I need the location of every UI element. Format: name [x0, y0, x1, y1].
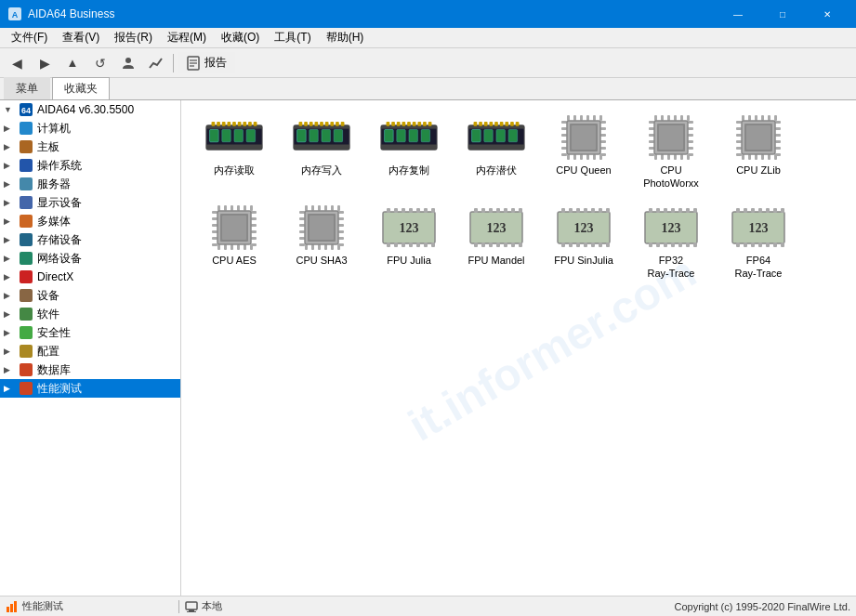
- menu-view[interactable]: 查看(V): [55, 28, 107, 47]
- report-button[interactable]: 报告: [178, 52, 235, 73]
- svg-rect-114: [561, 153, 567, 156]
- sidebar-icon: [19, 195, 33, 210]
- svg-rect-62: [391, 122, 395, 126]
- chart-button[interactable]: [143, 51, 169, 75]
- svg-rect-154: [755, 115, 757, 121]
- svg-rect-268: [569, 242, 573, 247]
- bench-icon-mem-latency: [467, 115, 526, 160]
- bench-label-cpu-sha3: CPU SHA3: [296, 254, 347, 267]
- sidebar-root-item[interactable]: ▼ 64 AIDA64 v6.30.5500: [0, 100, 180, 119]
- svg-rect-287: [678, 242, 682, 247]
- menu-favorites[interactable]: 收藏(O): [214, 28, 267, 47]
- bench-item-cpu-zlib[interactable]: CPU ZLib: [717, 111, 800, 194]
- sidebar-item-计算机[interactable]: ▶计算机: [0, 119, 180, 138]
- menu-tools[interactable]: 工具(T): [267, 28, 318, 47]
- svg-rect-104: [586, 115, 589, 121]
- menu-help[interactable]: 帮助(H): [319, 28, 372, 47]
- svg-rect-145: [659, 125, 683, 150]
- benchmark-grid: 内存读取 内存写入 内存复制 内存潜伏 CPU Queen: [192, 111, 845, 283]
- sidebar-item-性能测试[interactable]: ▶性能测试: [0, 379, 180, 398]
- svg-rect-119: [654, 115, 657, 121]
- svg-rect-276: [649, 208, 652, 213]
- svg-rect-125: [649, 127, 654, 130]
- sidebar-item-设备[interactable]: ▶设备: [0, 286, 180, 305]
- tab-menu[interactable]: 菜单: [4, 77, 50, 99]
- menu-report[interactable]: 报告(R): [107, 28, 160, 47]
- user-button[interactable]: [115, 51, 141, 75]
- svg-rect-29: [222, 122, 226, 126]
- sidebar-item-显示设备[interactable]: ▶显示设备: [0, 193, 180, 212]
- sidebar-item-存储设备[interactable]: ▶存储设备: [0, 230, 180, 249]
- svg-rect-163: [768, 154, 770, 160]
- bench-item-mem-copy[interactable]: 内存复制: [367, 111, 451, 194]
- sidebar-item-配置[interactable]: ▶配置: [0, 342, 180, 360]
- sidebar-item-DirectX[interactable]: ▶DirectX: [0, 268, 180, 286]
- svg-rect-35: [254, 122, 257, 126]
- svg-rect-126: [688, 127, 693, 130]
- svg-rect-96: [573, 115, 576, 121]
- menu-file[interactable]: 文件(F): [4, 28, 55, 47]
- bench-item-cpu-photoworxx[interactable]: CPU PhotoWorxx: [629, 111, 713, 194]
- bench-item-mem-latency[interactable]: 内存潜伏: [454, 111, 538, 194]
- root-expander: ▼: [4, 105, 19, 114]
- svg-rect-187: [212, 230, 217, 233]
- refresh-button[interactable]: ↺: [87, 51, 113, 75]
- svg-rect-241: [431, 242, 435, 247]
- svg-rect-85: [510, 122, 514, 126]
- svg-rect-256: [511, 242, 515, 247]
- sidebar-item-网络设备[interactable]: ▶网络设备: [0, 249, 180, 268]
- sidebar-item-操作系统[interactable]: ▶操作系统: [0, 156, 180, 175]
- sidebar-icon: [19, 251, 33, 266]
- sidebar-icon: [19, 121, 33, 136]
- svg-rect-133: [649, 140, 654, 143]
- svg-rect-34: [248, 122, 252, 126]
- svg-rect-303: [766, 242, 770, 247]
- svg-rect-88: [484, 130, 493, 142]
- svg-rect-267: [561, 242, 565, 247]
- maximize-button[interactable]: □: [761, 0, 804, 28]
- svg-rect-137: [649, 147, 654, 150]
- svg-rect-83: [500, 122, 504, 126]
- bench-item-fpu-mandel[interactable]: 123 FPU Mandel: [454, 202, 538, 284]
- svg-rect-82: [494, 122, 498, 126]
- bench-item-mem-read[interactable]: 内存读取: [192, 111, 276, 194]
- bench-label-mem-copy: 内存复制: [388, 164, 429, 177]
- bench-item-fp64-raytrace[interactable]: 123 FP64 Ray-Trace: [717, 202, 800, 284]
- svg-rect-12: [20, 177, 33, 190]
- sidebar-expander: ▶: [4, 309, 19, 319]
- status-local-icon: [185, 600, 198, 613]
- svg-rect-108: [593, 115, 596, 121]
- svg-rect-46: [309, 122, 313, 126]
- sidebar-item-安全性[interactable]: ▶安全性: [0, 323, 180, 342]
- bench-item-cpu-sha3[interactable]: CPU SHA3: [280, 202, 363, 284]
- sidebar-item-软件[interactable]: ▶软件: [0, 305, 180, 323]
- svg-rect-262: [576, 208, 580, 213]
- close-button[interactable]: ✕: [806, 0, 849, 28]
- up-button[interactable]: ▲: [59, 51, 86, 75]
- bench-item-cpu-aes[interactable]: CPU AES: [192, 202, 276, 284]
- bench-item-cpu-queen[interactable]: CPU Queen: [542, 111, 626, 194]
- sidebar-item-主板[interactable]: ▶主板: [0, 138, 180, 156]
- bench-item-mem-write[interactable]: 内存写入: [280, 111, 363, 194]
- back-button[interactable]: ◀: [4, 51, 30, 75]
- svg-rect-63: [397, 122, 401, 126]
- svg-rect-312: [187, 611, 196, 612]
- bench-item-fp32-raytrace[interactable]: 123 FP32 Ray-Trace: [629, 202, 713, 284]
- svg-rect-294: [751, 208, 755, 213]
- svg-rect-106: [561, 140, 567, 143]
- sidebar-expander: ▶: [4, 216, 19, 226]
- svg-rect-251: [474, 242, 478, 247]
- menu-remote[interactable]: 远程(M): [160, 28, 214, 47]
- svg-rect-188: [251, 230, 257, 233]
- sidebar-item-多媒体[interactable]: ▶多媒体: [0, 212, 180, 230]
- svg-rect-61: [387, 122, 390, 126]
- bench-item-fpu-julia[interactable]: 123 FPU Julia: [367, 202, 451, 284]
- tab-favorites[interactable]: 收藏夹: [52, 77, 110, 99]
- sidebar-item-服务器[interactable]: ▶服务器: [0, 175, 180, 193]
- minimize-button[interactable]: —: [717, 0, 759, 28]
- svg-rect-149: [775, 121, 781, 124]
- sidebar-item-数据库[interactable]: ▶数据库: [0, 360, 180, 379]
- bench-item-fpu-sinjulia[interactable]: 123 FPU SinJulia: [542, 202, 626, 284]
- forward-button[interactable]: ▶: [32, 51, 58, 75]
- svg-rect-235: [387, 242, 390, 247]
